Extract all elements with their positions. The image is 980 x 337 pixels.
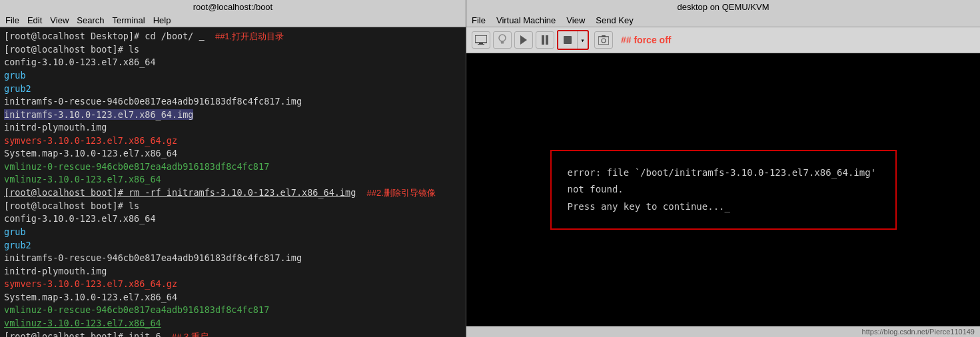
terminal-line: [root@localhost Desktop]# cd /boot/ ##1.… xyxy=(4,30,462,43)
stop-button[interactable] xyxy=(558,31,577,49)
right-panel: desktop on QEMU/KVM File Virtual Machine… xyxy=(466,0,980,337)
terminal-line: initramfs-0-rescue-946cb0e817ea4adb91618… xyxy=(4,252,462,265)
terminal-line: initrd-plymouth.img xyxy=(4,265,462,278)
terminal-line: [root@localhost boot]# init 6 ## 3.重启 xyxy=(4,330,462,338)
pause-button[interactable] xyxy=(536,31,554,49)
svg-rect-1 xyxy=(479,43,483,44)
svg-point-11 xyxy=(602,39,606,43)
terminal-line: grub xyxy=(4,69,462,83)
stop-button-group[interactable]: ▾ xyxy=(557,30,589,50)
terminal-line: vmlinuz-0-rescue-946cb0e817ea4adb916183d… xyxy=(4,161,462,174)
error-line2: Press any key to continue..._ xyxy=(568,198,879,215)
menu-sendkey[interactable]: Send Key xyxy=(596,15,633,25)
svg-rect-12 xyxy=(602,35,606,37)
terminal-line: symvers-3.10.0-123.el7.x86_64.gz xyxy=(4,135,462,148)
menu-file-right[interactable]: File xyxy=(472,15,486,25)
svg-rect-4 xyxy=(501,41,504,43)
terminal-line: grub2 xyxy=(4,83,462,96)
menu-vm[interactable]: Virtual Machine xyxy=(496,15,556,25)
play-button[interactable] xyxy=(514,31,533,49)
terminal-line: System.map-3.10.0-123.el7.x86_64 xyxy=(4,291,462,304)
svg-point-3 xyxy=(499,35,506,41)
menu-terminal[interactable]: Terminal xyxy=(113,15,145,25)
bulb-button[interactable] xyxy=(493,31,512,49)
left-panel: root@localhost:/boot File Edit View Sear… xyxy=(0,0,466,337)
svg-rect-9 xyxy=(564,36,572,44)
svg-rect-7 xyxy=(542,35,544,45)
left-menubar[interactable]: File Edit View Search Terminal Help xyxy=(0,14,466,27)
menu-search[interactable]: Search xyxy=(77,15,104,25)
vm-screen: error: file `/boot/initramfs-3.10.0-123.… xyxy=(466,53,980,326)
menu-help[interactable]: Help xyxy=(153,15,171,25)
toolbar: ▾ ## force off xyxy=(466,27,980,53)
terminal-line: initramfs-3.10.0-123.el7.x86_64.img xyxy=(4,109,462,122)
right-titlebar: desktop on QEMU/KVM xyxy=(466,0,980,14)
terminal-line: [root@localhost boot]# ls xyxy=(4,200,462,213)
menu-view[interactable]: View xyxy=(50,15,69,25)
terminal-line: System.map-3.10.0-123.el7.x86_64 xyxy=(4,147,462,161)
svg-rect-8 xyxy=(546,35,548,45)
terminal-line: initrd-plymouth.img xyxy=(4,121,462,135)
right-menubar[interactable]: File Virtual Machine View Send Key xyxy=(466,14,980,27)
menu-view-right[interactable]: View xyxy=(566,15,585,25)
stop-dropdown[interactable]: ▾ xyxy=(577,31,588,49)
svg-marker-6 xyxy=(520,35,527,45)
error-line1: error: file `/boot/initramfs-3.10.0-123.… xyxy=(568,165,879,198)
terminal-line: [root@localhost boot]# rm -rf initramfs-… xyxy=(4,186,462,200)
terminal-line: vmlinuz-3.10.0-123.el7.x86_64 xyxy=(4,173,462,186)
terminal-line: config-3.10.0-123.el7.x86_64 xyxy=(4,212,462,226)
terminal-body[interactable]: [root@localhost Desktop]# cd /boot/ ##1.… xyxy=(0,27,466,337)
left-titlebar: root@localhost:/boot xyxy=(0,0,466,14)
terminal-line: symvers-3.10.0-123.el7.x86_64.gz xyxy=(4,278,462,291)
svg-rect-5 xyxy=(501,43,504,44)
menu-edit[interactable]: Edit xyxy=(27,15,42,25)
force-off-label: ## force off xyxy=(621,35,671,45)
menu-file[interactable]: File xyxy=(5,15,19,25)
terminal-line: [root@localhost boot]# ls xyxy=(4,43,462,57)
error-box: error: file `/boot/initramfs-3.10.0-123.… xyxy=(550,150,897,230)
bottom-url: https://blog.csdn.net/Pierce110149 xyxy=(466,326,980,337)
right-title: desktop on QEMU/KVM xyxy=(678,2,769,12)
terminal-line: config-3.10.0-123.el7.x86_64 xyxy=(4,56,462,69)
terminal-line: initramfs-0-rescue-946cb0e817ea4adb91618… xyxy=(4,95,462,109)
terminal-line: grub xyxy=(4,226,462,239)
terminal-line: vmlinuz-0-rescue-946cb0e817ea4adb916183d… xyxy=(4,304,462,317)
svg-rect-2 xyxy=(478,44,484,45)
terminal-line: vmlinuz-3.10.0-123.el7.x86_64 xyxy=(4,317,462,330)
display-button[interactable] xyxy=(472,31,490,49)
terminal-line: grub2 xyxy=(4,239,462,252)
svg-rect-0 xyxy=(475,35,487,43)
left-title: root@localhost:/boot xyxy=(193,2,272,12)
svg-rect-10 xyxy=(598,37,609,45)
screenshot-button[interactable] xyxy=(594,31,613,49)
